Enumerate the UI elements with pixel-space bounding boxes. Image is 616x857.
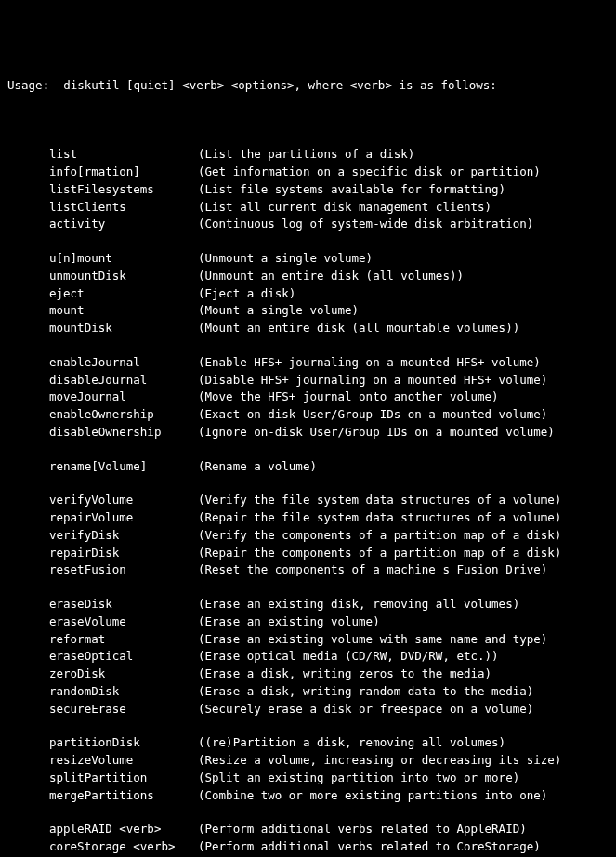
help-row: resizeVolume(Resize a volume, increasing… [7, 752, 609, 770]
help-row: activity(Continuous log of system-wide d… [7, 216, 609, 233]
verb-description: (Continuous log of system-wide disk arbi… [198, 216, 609, 233]
help-row: list(List the partitions of a disk) [7, 146, 609, 164]
indent [7, 545, 49, 562]
indent [7, 406, 49, 424]
verb-name: verifyVolume [49, 492, 198, 509]
help-row: mount(Mount a single volume) [7, 302, 609, 320]
help-row: resetFusion(Reset the components of a ma… [7, 561, 609, 579]
verb-name: coreStorage <verb> [49, 838, 198, 856]
verb-name: mount [49, 302, 198, 320]
help-row: eraseOptical(Erase optical media (CD/RW,… [7, 648, 609, 666]
verb-description: (Unmount a single volume) [198, 250, 609, 268]
verb-name: mergePartitions [49, 787, 198, 805]
verb-name: moveJournal [49, 389, 198, 406]
usage-line: Usage: diskutil [quiet] <verb> <options>… [7, 77, 609, 95]
verb-name: info[rmation] [49, 164, 198, 181]
indent [7, 492, 49, 509]
verb-description: (Ignore on-disk User/Group IDs on a moun… [198, 424, 609, 442]
verb-description: (Mount an entire disk (all mountable vol… [198, 320, 609, 337]
help-row: listClients(List all current disk manage… [7, 199, 609, 217]
indent [7, 613, 49, 631]
verb-name: repairDisk [49, 545, 198, 562]
indent [7, 146, 49, 164]
indent [7, 199, 49, 217]
help-row: repairVolume(Repair the file system data… [7, 509, 609, 527]
help-section: verifyVolume(Verify the file system data… [7, 492, 609, 579]
indent [7, 354, 49, 372]
verb-description: (Eject a disk) [198, 285, 609, 303]
verb-description: (Resize a volume, increasing or decreasi… [198, 752, 609, 770]
verb-description: (Erase an existing disk, removing all vo… [198, 596, 609, 613]
help-row: randomDisk(Erase a disk, writing random … [7, 683, 609, 701]
verb-description: (Verify the file system data structures … [198, 492, 609, 509]
help-row: verifyVolume(Verify the file system data… [7, 492, 609, 509]
indent [7, 285, 49, 303]
verb-description: (List the partitions of a disk) [198, 146, 609, 164]
help-row: eraseDisk(Erase an existing disk, removi… [7, 596, 609, 613]
indent [7, 838, 49, 856]
verb-name: resizeVolume [49, 752, 198, 770]
indent [7, 561, 49, 579]
help-row: enableJournal(Enable HFS+ journaling on … [7, 354, 609, 372]
indent [7, 734, 49, 752]
help-row: disableJournal(Disable HFS+ journaling o… [7, 372, 609, 389]
help-row: reformat(Erase an existing volume with s… [7, 631, 609, 649]
indent [7, 181, 49, 199]
indent [7, 509, 49, 527]
verb-name: list [49, 146, 198, 164]
help-row: mountDisk(Mount an entire disk (all moun… [7, 320, 609, 337]
indent [7, 527, 49, 545]
verb-description: (Get information on a specific disk or p… [198, 164, 609, 181]
indent [7, 596, 49, 613]
verb-description: (List file systems available for formatt… [198, 181, 609, 199]
help-row: verifyDisk(Verify the components of a pa… [7, 527, 609, 545]
verb-description: (Split an existing partition into two or… [198, 770, 609, 787]
verb-name: partitionDisk [49, 734, 198, 752]
indent [7, 787, 49, 805]
help-row: u[n]mount(Unmount a single volume) [7, 250, 609, 268]
help-row: listFilesystems(List file systems availa… [7, 181, 609, 199]
verb-name: listClients [49, 199, 198, 217]
indent [7, 458, 49, 476]
help-row: appleRAID <verb>(Perform additional verb… [7, 821, 609, 838]
verb-description: (Rename a volume) [198, 458, 609, 476]
verb-description: (Combine two or more existing partitions… [198, 787, 609, 805]
verb-description: (Erase an existing volume) [198, 613, 609, 631]
indent [7, 216, 49, 233]
help-section: appleRAID <verb>(Perform additional verb… [7, 821, 609, 857]
verb-name: resetFusion [49, 561, 198, 579]
verb-description: (Repair the file system data structures … [198, 509, 609, 527]
verb-name: repairVolume [49, 509, 198, 527]
verb-description: ((re)Partition a disk, removing all volu… [198, 734, 609, 752]
verb-name: appleRAID <verb> [49, 821, 198, 838]
verb-name: enableOwnership [49, 406, 198, 424]
indent [7, 250, 49, 268]
verb-description: (Erase optical media (CD/RW, DVD/RW, etc… [198, 648, 609, 666]
help-row: partitionDisk((re)Partition a disk, remo… [7, 734, 609, 752]
verb-name: activity [49, 216, 198, 233]
verb-description: (Repair the components of a partition ma… [198, 545, 609, 562]
indent [7, 648, 49, 666]
help-row: repairDisk(Repair the components of a pa… [7, 545, 609, 562]
help-row: unmountDisk(Unmount an entire disk (all … [7, 268, 609, 285]
verb-description: (Erase an existing volume with same name… [198, 631, 609, 649]
help-section: partitionDisk((re)Partition a disk, remo… [7, 734, 609, 804]
verb-description: (Securely erase a disk or freespace on a… [198, 701, 609, 719]
indent [7, 302, 49, 320]
verb-description: (Verify the components of a partition ma… [198, 527, 609, 545]
verb-name: listFilesystems [49, 181, 198, 199]
indent [7, 424, 49, 442]
verb-name: enableJournal [49, 354, 198, 372]
verb-description: (Reset the components of a machine's Fus… [198, 561, 609, 579]
verb-description: (Move the HFS+ journal onto another volu… [198, 389, 609, 406]
help-section: eraseDisk(Erase an existing disk, removi… [7, 596, 609, 718]
verb-name: splitPartition [49, 770, 198, 787]
verb-name: mountDisk [49, 320, 198, 337]
verb-name: zeroDisk [49, 666, 198, 683]
help-section: u[n]mount(Unmount a single volume)unmoun… [7, 250, 609, 337]
verb-name: randomDisk [49, 683, 198, 701]
verb-name: disableOwnership [49, 424, 198, 442]
verb-name: disableJournal [49, 372, 198, 389]
indent [7, 268, 49, 285]
verb-description: (Erase a disk, writing zeros to the medi… [198, 666, 609, 683]
